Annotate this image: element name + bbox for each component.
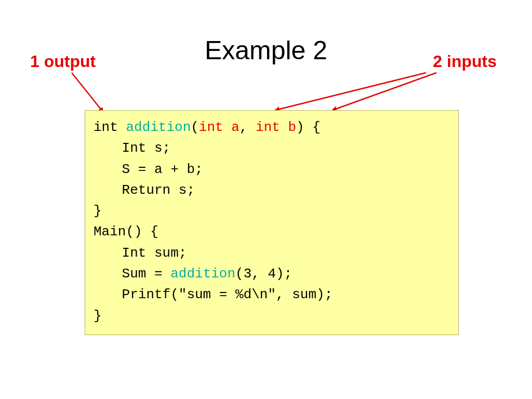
tok-l3: S = a + b; bbox=[122, 162, 203, 177]
tok-comma: , bbox=[240, 119, 256, 135]
code-line-6: Main() { bbox=[94, 221, 450, 242]
slide: Example 2 1 output 2 inputs int addition… bbox=[0, 0, 532, 399]
tok-l6: Main() { bbox=[94, 224, 158, 240]
code-block: int addition(int a, int b) { Int s; S = … bbox=[85, 110, 459, 335]
arrow-input-a bbox=[275, 73, 426, 110]
code-line-4: Return s; bbox=[94, 180, 450, 201]
code-line-9: Printf("sum = %d\n", sum); bbox=[94, 284, 450, 305]
code-line-3: S = a + b; bbox=[94, 159, 450, 180]
tok-l2: Int s; bbox=[122, 140, 171, 156]
arrow-input-b bbox=[332, 73, 436, 110]
annotation-inputs: 2 inputs bbox=[433, 52, 497, 71]
tok-paren-close: ) { bbox=[296, 119, 321, 135]
tok-l5: } bbox=[94, 203, 102, 219]
code-line-1: int addition(int a, int b) { bbox=[94, 117, 450, 138]
code-line-2: Int s; bbox=[94, 138, 450, 158]
annotation-output: 1 output bbox=[30, 52, 96, 71]
tok-func-name: addition bbox=[126, 119, 191, 135]
tok-param-b: int b bbox=[256, 119, 296, 135]
tok-l8-call: addition bbox=[170, 266, 235, 282]
tok-l9: Printf("sum = %d\n", sum); bbox=[122, 287, 333, 302]
tok-return-type: int bbox=[94, 119, 126, 135]
code-line-5: } bbox=[94, 201, 450, 221]
tok-paren-open: ( bbox=[191, 119, 199, 135]
tok-l10: } bbox=[94, 308, 102, 324]
tok-l4: Return s; bbox=[122, 182, 195, 198]
tok-param-a: int a bbox=[199, 119, 240, 135]
arrow-output bbox=[72, 73, 103, 112]
tok-l8-suffix: (3, 4); bbox=[235, 266, 292, 282]
code-line-7: Int sum; bbox=[94, 243, 450, 263]
tok-l8-prefix: Sum = bbox=[122, 266, 171, 282]
tok-l7: Int sum; bbox=[122, 245, 187, 261]
code-line-8: Sum = addition(3, 4); bbox=[94, 263, 450, 284]
code-line-10: } bbox=[94, 305, 450, 326]
